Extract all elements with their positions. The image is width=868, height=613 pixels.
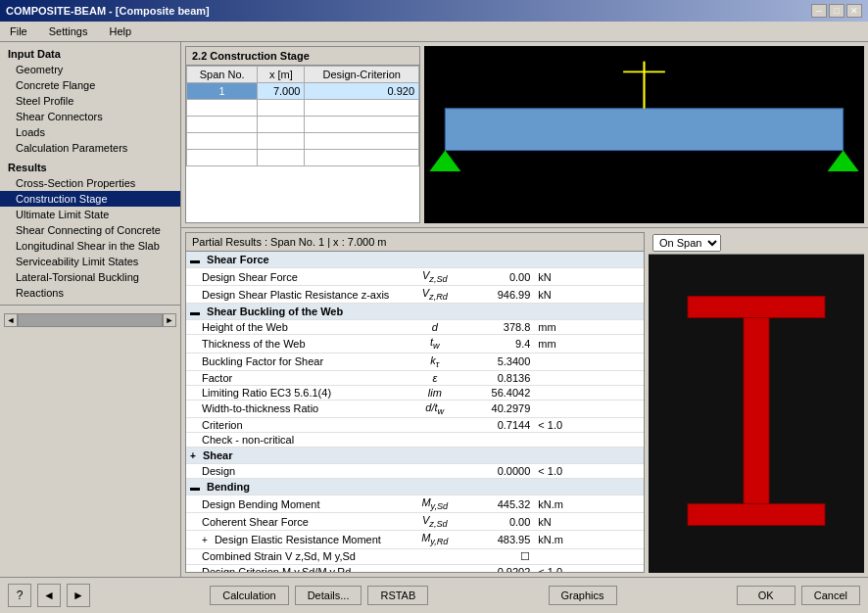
maximize-button[interactable]: □ xyxy=(829,4,844,18)
minimize-button[interactable]: ─ xyxy=(811,4,827,18)
close-button[interactable]: ✕ xyxy=(846,4,862,18)
menu-file[interactable]: File xyxy=(4,24,33,39)
row-label: Design Shear Plastic Resistance z-axis xyxy=(186,286,405,304)
col-x: x [m] xyxy=(258,67,305,83)
forward-icon-btn[interactable]: ► xyxy=(67,584,90,607)
rstab-button[interactable]: RSTAB xyxy=(367,586,428,605)
svg-rect-0 xyxy=(445,109,843,151)
row-symbol xyxy=(405,417,464,432)
row-symbol xyxy=(405,463,464,478)
row-criterion xyxy=(574,320,644,335)
steel-section-canvas xyxy=(649,255,864,573)
calculation-button[interactable]: Calculation xyxy=(210,586,288,605)
sidebar-item-ultimate-limit[interactable]: Ultimate Limit State xyxy=(0,207,180,222)
row-criterion xyxy=(574,385,644,400)
help-icon-btn[interactable]: ? xyxy=(8,584,31,607)
expand-elastic-resistance-icon[interactable]: + xyxy=(202,535,208,545)
expand-bending-icon[interactable]: ▬ xyxy=(190,482,200,493)
row-unit xyxy=(534,370,574,385)
row-value: 40.2979 xyxy=(464,400,534,417)
xsection-header: On Span xyxy=(649,232,864,255)
row-value: 0.00 xyxy=(464,513,534,531)
row-value: 0.0000 xyxy=(464,463,534,478)
results-header: Results xyxy=(0,160,180,175)
row-unit: < 1.0 xyxy=(534,564,574,573)
sidebar-item-loads[interactable]: Loads xyxy=(0,124,180,140)
expand-shear-icon[interactable]: + xyxy=(190,450,196,461)
sidebar-item-geometry[interactable]: Geometry xyxy=(0,62,180,77)
sidebar-item-concrete-flange[interactable]: Concrete Flange xyxy=(0,77,180,93)
row-label: Width-to-thickness Ratio xyxy=(186,400,405,417)
expand-shear-force-icon[interactable]: ▬ xyxy=(190,255,200,265)
back-icon-btn[interactable]: ◄ xyxy=(37,584,61,607)
table-row[interactable]: 1 7.000 0.920 xyxy=(187,83,419,100)
row-criterion xyxy=(574,513,644,531)
row-symbol: d xyxy=(405,320,464,335)
row-label: + Design Elastic Resistance Moment xyxy=(186,531,405,548)
list-item: Height of the Web d 378.8 mm xyxy=(186,320,644,335)
table-row-empty-1 xyxy=(187,100,419,117)
right-panel: 2.2 Construction Stage Span No. x [m] De… xyxy=(181,42,868,577)
results-header: Partial Results : Span No. 1 | x : 7.000… xyxy=(186,233,644,252)
sidebar-item-serviceability[interactable]: Serviceability Limit States xyxy=(0,254,180,269)
row-symbol: Vz,Sd xyxy=(405,268,464,286)
input-data-header: Input Data xyxy=(0,46,180,62)
sidebar-item-reactions[interactable]: Reactions xyxy=(0,285,180,301)
sidebar-item-lateral-torsional[interactable]: Lateral-Torsional Buckling xyxy=(0,269,180,285)
sidebar-item-construction-stage[interactable]: Construction Stage xyxy=(0,191,180,207)
row-symbol xyxy=(405,432,464,447)
row-unit: kN.m xyxy=(534,495,574,512)
row-value: 0.00 xyxy=(464,268,534,286)
on-span-dropdown[interactable]: On Span xyxy=(652,234,721,252)
graphics-button[interactable]: Graphics xyxy=(549,586,617,605)
row-criterion xyxy=(574,564,644,573)
ok-button[interactable]: OK xyxy=(737,586,796,605)
row-symbol: tw xyxy=(405,335,464,353)
group-shear-label: Shear xyxy=(203,449,233,461)
group-shear-force: ▬ Shear Force xyxy=(186,252,644,268)
row-value: 5.3400 xyxy=(464,353,534,370)
list-item: Criterion 0.7144 < 1.0 xyxy=(186,417,644,432)
cancel-button[interactable]: Cancel xyxy=(801,586,860,605)
row-symbol: d/tw xyxy=(405,400,464,417)
scroll-left-btn[interactable]: ◄ xyxy=(4,313,18,327)
row-unit xyxy=(534,432,574,447)
results-table: ▬ Shear Force Design Shear Force Vz,Sd 0… xyxy=(186,252,644,573)
xsection-panel: On Span xyxy=(649,232,864,573)
row-unit xyxy=(534,400,574,417)
group-shear-force-label: Shear Force xyxy=(207,254,269,265)
list-item: Design Shear Force Vz,Sd 0.00 kN xyxy=(186,268,644,286)
sidebar-item-shear-connectors[interactable]: Shear Connectors xyxy=(0,109,180,124)
row-unit: < 1.0 xyxy=(534,417,574,432)
construction-stage-title: 2.2 Construction Stage xyxy=(186,47,419,66)
list-item: Check - non-critical xyxy=(186,432,644,447)
sidebar-item-steel-profile[interactable]: Steel Profile xyxy=(0,93,180,109)
sidebar-item-calc-params[interactable]: Calculation Parameters xyxy=(0,140,180,156)
row-value: 378.8 xyxy=(464,320,534,335)
row-criterion xyxy=(574,335,644,353)
construction-stage-table: Span No. x [m] Design-Criterion 1 7.000 … xyxy=(186,66,419,166)
menu-help[interactable]: Help xyxy=(103,24,137,39)
bottom-section: Partial Results : Span No. 1 | x : 7.000… xyxy=(181,228,868,577)
list-item: + Design Elastic Resistance Moment My,Rd… xyxy=(186,531,644,548)
row-label: Thickness of the Web xyxy=(186,335,405,353)
list-item: Coherent Shear Force Vz,Sd 0.00 kN xyxy=(186,513,644,531)
menu-settings[interactable]: Settings xyxy=(43,24,94,39)
sidebar-item-shear-connecting[interactable]: Shear Connecting of Concrete xyxy=(0,222,180,238)
scroll-right-btn[interactable]: ► xyxy=(163,313,176,327)
row-criterion xyxy=(574,463,644,478)
sidebar-item-longitudinal-shear[interactable]: Longitudinal Shear in the Slab xyxy=(0,238,180,254)
row-unit xyxy=(534,353,574,370)
svg-rect-6 xyxy=(744,318,769,504)
expand-shear-buckling-icon[interactable]: ▬ xyxy=(190,306,200,317)
sidebar-item-cross-section[interactable]: Cross-Section Properties xyxy=(0,175,180,191)
row-value: 9.4 xyxy=(464,335,534,353)
list-item: Design 0.0000 < 1.0 xyxy=(186,463,644,478)
row-label: Design Criterion M y,Sd/M y,Rd xyxy=(186,564,405,573)
svg-rect-5 xyxy=(688,297,825,318)
row-symbol: ε xyxy=(405,370,464,385)
row-unit xyxy=(534,548,574,564)
row-label: Criterion xyxy=(186,417,405,432)
details-button[interactable]: Details... xyxy=(295,586,362,605)
col-criterion: Design-Criterion xyxy=(305,67,419,83)
